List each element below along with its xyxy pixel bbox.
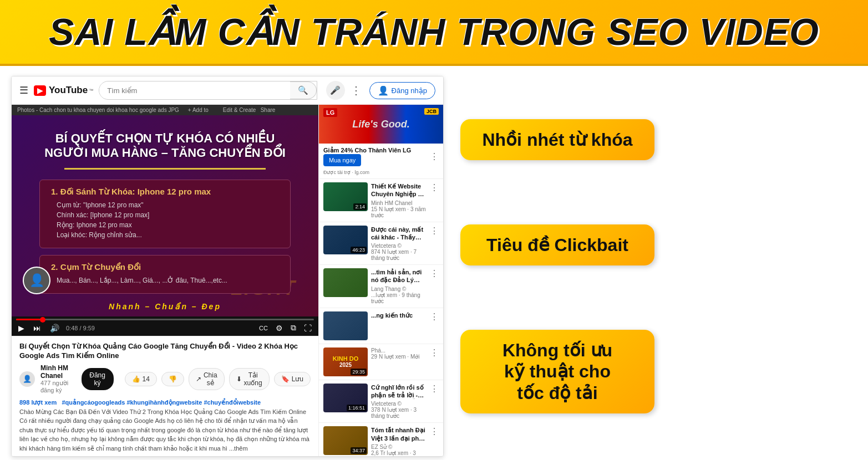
cc-button[interactable]: CC: [257, 324, 270, 333]
label-text-0: Nhồi nhét từ khóa: [478, 129, 637, 150]
sidebar-thumb-2: [323, 268, 368, 297]
video-time: 0:48 / 9:59: [66, 325, 95, 331]
channel-info: Minh HM Chanel 477 người đăng ký: [40, 364, 76, 393]
share-button[interactable]: ↗ Chia sẻ: [189, 368, 225, 390]
slide-brand: Nhanh – Chuẩn – Đep: [12, 302, 318, 311]
sidebar-thumb-0: 2:14: [323, 182, 368, 211]
sidebar-more-icon-5[interactable]: ⋮: [430, 384, 439, 420]
sidebar-title-5: Cứ nghĩ lớn rồi số phận sẽ trả lời - Nhà…: [371, 384, 427, 400]
sidebar-info-6: Tóm tắt nhanh Đại Việt 3 lần đại phá quâ…: [371, 426, 427, 456]
yt-search-bar: 🔍: [99, 81, 317, 100]
sidebar-item-2[interactable]: ...tìm hải sản, nơi nó đặc Đảo Lý Sơn [D…: [319, 265, 443, 308]
pip-button[interactable]: ⧉: [288, 322, 298, 334]
addto-btn[interactable]: + Add to: [188, 107, 209, 113]
sidebar-meta-6: 2,6 Tr lượt xem · 3 năm trước: [371, 450, 427, 456]
ad-tagline: Life's Good.: [352, 119, 409, 130]
sidebar-item-6[interactable]: 34:37 Tóm tắt nhanh Đại Việt 3 lần đại p…: [319, 423, 443, 456]
next-button[interactable]: ⏭: [31, 323, 43, 334]
sidebar-more-icon-2[interactable]: ⋮: [430, 268, 439, 304]
yt-ad-info: Giảm 24% Cho Thành Viên LG Mua ngay ⋮: [319, 144, 443, 170]
sidebar-title-1: Được cái này, mất cái khác - Thầy Minh N…: [371, 226, 427, 242]
main-content: ☰ ▶ YouTube™ 🔍 🎤 ⋮ 👤 Đăng nhập: [0, 66, 868, 460]
mic-button[interactable]: 🎤: [326, 81, 345, 100]
subscriber-count: 477 người đăng ký: [40, 380, 76, 393]
yt-logo[interactable]: ▶ YouTube™: [34, 85, 93, 96]
menu-icon[interactable]: ☰: [19, 84, 28, 96]
slide-point-1-item-3: Rộng: Iphone 12 pro max: [51, 221, 279, 229]
sidebar-thumb-3: [323, 311, 368, 340]
sidebar-channel-6: EZ Sử ©: [371, 444, 427, 450]
sidebar-more-icon-0[interactable]: ⋮: [430, 182, 439, 218]
slide-point-1-item-4: Loại khóc: Rộng chỉnh sửa...: [51, 231, 279, 239]
sidebar-info-0: Thiết Kế Website Chuyên Nghiệp Và Chuẩn …: [371, 182, 427, 218]
ad-cta-button[interactable]: Mua ngay: [323, 154, 361, 166]
play-button[interactable]: ▶: [16, 323, 27, 334]
sidebar-thumb-4: KINH DO 2025 29:35: [323, 347, 368, 376]
video-container[interactable]: BÍ QUYẾT CHỌN TỰ KHÓA CÓ NHIỀUNGƯỜI MUA …: [12, 115, 318, 316]
action-row: 👍 14 👎 ↗ Chia sẻ ⬇ Tải xuống 🔖 Lưu: [125, 368, 311, 390]
yt-topbar: ☰ ▶ YouTube™ 🔍 🎤 ⋮ 👤 Đăng nhập: [12, 76, 443, 105]
sidebar-channel-4: Phá...: [371, 347, 427, 354]
subscribe-button[interactable]: Đăng ký: [82, 368, 114, 390]
ad-content: Giảm 24% Cho Thành Viên LG Mua ngay: [323, 147, 411, 166]
sidebar-more-icon-6[interactable]: ⋮: [430, 426, 439, 456]
ad-more-icon[interactable]: ⋮: [427, 151, 439, 162]
sidebar-more-icon-1[interactable]: ⋮: [430, 226, 439, 262]
sidebar-item-5[interactable]: 1:16:51 Cứ nghĩ lớn rồi số phận sẽ trả l…: [319, 380, 443, 423]
thumb-duration-5: 1:16:51: [347, 405, 367, 411]
search-input[interactable]: [99, 83, 290, 98]
sidebar-info-4: Phá... 29 N lượt xem · Mới: [371, 347, 427, 376]
ad-title: Giảm 24% Cho Thành Viên LG: [323, 147, 411, 154]
controls-row: ▶ ⏭ 🔊 0:48 / 9:59 CC ⚙ ⧉ ⛶: [16, 322, 314, 334]
like-button[interactable]: 👍 14: [125, 372, 157, 386]
sidebar-item-0[interactable]: 2:14 Thiết Kế Website Chuyên Nghiệp Và C…: [319, 179, 443, 222]
slide-point-1-item-2: Chính xác: [Iphone 12 pro max]: [51, 211, 279, 219]
fullscreen-button[interactable]: ⛶: [302, 323, 314, 334]
avatar: 👤: [23, 267, 50, 294]
sidebar-item-3[interactable]: ...ng kiến thức ⋮: [319, 308, 443, 344]
video-hashtags: #quảngcáogoogleads #khungihànhđộngwebsit…: [62, 399, 261, 406]
sidebar-meta-5: 378 N lượt xem · 3 tháng trước: [371, 407, 427, 419]
sidebar-thumb-label-4: KINH DO: [333, 355, 358, 362]
sidebar-info-2: ...tìm hải sản, nơi nó đặc Đảo Lý Sơn [D…: [371, 268, 427, 304]
ctrl-right: CC ⚙ ⧉ ⛶: [257, 322, 314, 334]
volume-button[interactable]: 🔊: [48, 323, 62, 334]
slide-point-2-item-1: Mua..., Bán..., Lắp..., Làm..., Giá..., …: [51, 277, 279, 284]
label-bubble-1: Tiêu đề Clickbait: [460, 224, 654, 265]
ad-sponsor: Được tài trợ · lg.com: [319, 170, 443, 178]
label-text-2: Không tối ưukỹ thuật chotốc độ tải: [478, 340, 637, 403]
sidebar-more-icon-4[interactable]: ⋮: [430, 347, 439, 376]
dislike-button[interactable]: 👎: [161, 372, 184, 386]
channel-row: 👤 Minh HM Chanel 477 người đăng ký Đăng …: [19, 364, 311, 393]
yt-logo-icon: ▶: [34, 85, 46, 96]
ad-bank-logo: JCB: [424, 108, 439, 115]
sidebar-channel-1: Vietcetera ©: [371, 243, 427, 249]
settings-button[interactable]: ⚙: [273, 323, 285, 334]
yt-ad-card: Life's Good. LG JCB Giảm 24% Cho Thành V…: [319, 105, 443, 179]
sidebar-channel-0: Minh HM Chanel: [371, 200, 427, 206]
download-button[interactable]: ⬇ Tải xuống: [229, 368, 270, 390]
slide-title: BÍ QUYẾT CHỌN TỰ KHÓA CÓ NHIỀUNGƯỜI MUA …: [39, 131, 291, 160]
video-title: Bí Quyết Chọn Từ Khóa Quảng Cáo Google T…: [19, 342, 311, 361]
progress-bar[interactable]: [16, 319, 314, 320]
search-button[interactable]: 🔍: [290, 81, 317, 99]
sidebar-title-6: Tóm tắt nhanh Đại Việt 3 lần đại phá quâ…: [371, 426, 427, 442]
video-controls: ▶ ⏭ 🔊 0:48 / 9:59 CC ⚙ ⧉ ⛶: [12, 316, 318, 336]
save-button[interactable]: 🔖 Lưu: [274, 372, 311, 386]
sidebar-more-icon-3[interactable]: ⋮: [430, 311, 439, 340]
sidebar-thumb-year-4: 2025: [339, 362, 352, 368]
sidebar-item-1[interactable]: 46:23 Được cái này, mất cái khác - Thầy …: [319, 222, 443, 265]
more-options-icon[interactable]: ⋮: [351, 84, 362, 97]
photo-bar-text: Photos - Cach chon tu khoa chuyen doi kh…: [17, 107, 179, 113]
yt-photo-bar: Photos - Cach chon tu khoa chuyen doi kh…: [12, 105, 318, 115]
sidebar-thumb-1: 46:23: [323, 226, 368, 254]
header-title: SAI LẦM CẦN TRÁNH TRONG SEO VIDEO: [17, 10, 851, 54]
slide-point-1-title: 1. Đối Sánh Từ Khóa: Iphone 12 pro max: [51, 187, 279, 197]
sidebar-item-4[interactable]: KINH DO 2025 29:35 Phá... 29 N lượt xem …: [319, 344, 443, 380]
signin-button[interactable]: 👤 Đăng nhập: [369, 82, 435, 99]
label-bubble-2: Không tối ưukỹ thuật chotốc độ tải: [460, 330, 654, 413]
video-description: 898 lượt xem #quảngcáogoogleads #khungih…: [19, 398, 311, 453]
thumb-duration-1: 46:23: [351, 247, 367, 253]
sidebar-meta-0: 15 N lượt xem · 3 năm trước: [371, 206, 427, 218]
slide-point-2: 2. Cụm Từ Chuyển Đổi Mua..., Bán..., Lắp…: [39, 255, 291, 294]
